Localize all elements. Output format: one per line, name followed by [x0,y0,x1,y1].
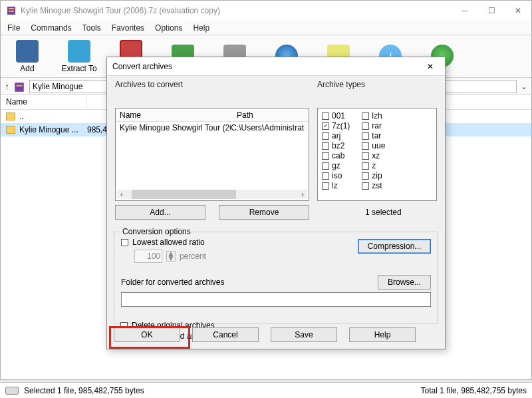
type-gz[interactable]: gz [322,161,350,170]
menu-help[interactable]: Help [193,23,209,33]
type-arj[interactable]: arj [322,131,350,140]
type-tar[interactable]: tar [362,131,385,140]
archives-col-path[interactable]: Path [233,108,257,121]
tool-extract-label: Extract To [61,64,96,73]
checkbox-icon [362,142,369,150]
checkbox-icon [362,172,369,180]
add-button[interactable]: Add... [115,205,205,220]
checkbox-icon [322,152,329,160]
type-iso[interactable]: iso [322,171,350,180]
folder-icon [6,112,15,120]
checkbox-icon [322,142,329,150]
svg-rect-3 [15,83,24,92]
checkbox-icon [322,112,329,120]
menubar: File Commands Tools Favorites Options He… [1,21,531,35]
folder-icon [6,126,15,134]
app-icon [6,5,17,16]
menu-favorites[interactable]: Favorites [112,23,144,33]
horizontal-scrollbar[interactable]: ‹› [117,190,307,199]
svg-rect-4 [17,85,23,86]
dropdown-icon[interactable]: ⌄ [521,82,527,91]
conversion-legend: Conversion options [120,227,194,236]
folder-label: Folder for converted archives [121,278,224,287]
svg-rect-2 [9,11,14,12]
percent-label: percent [180,252,206,261]
type-uue[interactable]: uue [362,141,385,150]
status-left: Selected 1 file, 985,482,755 bytes [24,386,144,395]
checkbox-icon [362,162,369,170]
minimize-button[interactable]: ─ [452,1,478,20]
archive-icon [13,81,25,92]
archive-types-list[interactable]: 0017z(1)arjbz2cabgzisolz lzhrartaruuexzz… [317,108,437,201]
status-bar: Selected 1 file, 985,482,755 bytes Total… [0,382,532,398]
type-z[interactable]: z [362,161,385,170]
convert-dialog: Convert archives ✕ Archives to convert A… [106,57,446,349]
type-001[interactable]: 001 [322,111,350,120]
checkbox-icon [322,132,329,140]
archive-row[interactable]: Kylie Minogue Showgirl Tour (2006).7z C:… [116,122,309,134]
menu-tools[interactable]: Tools [82,23,101,33]
tool-add-label: Add [20,64,34,73]
archives-col-name[interactable]: Name [116,108,233,121]
svg-rect-1 [9,8,14,9]
up-icon[interactable]: ↑ [5,81,9,92]
archive-item-name: Kylie Minogue Showgirl Tour (2006).7z [120,123,231,132]
checkbox-icon [362,112,369,120]
save-button[interactable]: Save [271,327,337,342]
tool-add[interactable]: Add [7,38,47,75]
help-button[interactable]: Help [349,327,416,342]
menu-file[interactable]: File [7,23,20,33]
checkbox-icon [322,122,329,130]
close-button[interactable]: ✕ [505,1,531,20]
compression-button[interactable]: Compression... [358,239,431,254]
tool-extract[interactable]: Extract To [59,38,99,75]
type-xz[interactable]: xz [362,151,385,160]
maximize-button[interactable]: ☐ [478,1,505,20]
menu-options[interactable]: Options [155,23,182,33]
dialog-close-button[interactable]: ✕ [421,59,440,75]
checkbox-icon [322,162,329,170]
menu-commands[interactable]: Commands [31,23,71,33]
window-title: Kylie Minogue Showgirl Tour (2006).7z (e… [21,6,220,15]
updir-label: .. [19,112,24,121]
highlight-box [109,326,190,349]
type-bz2[interactable]: bz2 [322,141,350,150]
types-label: Archive types [317,80,365,89]
type-7z(1)[interactable]: 7z(1) [322,121,350,130]
dialog-titlebar: Convert archives ✕ [107,57,445,76]
archive-item-path: C:\Users\Administrato [231,123,305,132]
archives-list[interactable]: Name Path Kylie Minogue Showgirl Tour (2… [115,108,309,201]
type-rar[interactable]: rar [362,121,385,130]
file-name: Kylie Minogue ... [19,125,83,134]
dialog-title: Convert archives [112,62,172,71]
selected-count: 1 selected [365,208,402,217]
type-lzh[interactable]: lzh [362,111,385,120]
type-lz[interactable]: lz [322,181,350,190]
disk-icon [5,387,19,395]
checkbox-icon [362,152,369,160]
checkbox-icon [322,182,329,190]
status-right: Total 1 file, 985,482,755 bytes [421,386,527,395]
checkbox-icon [362,122,369,130]
checkbox-icon [121,239,128,246]
ratio-input [134,250,162,263]
type-zst[interactable]: zst [362,181,385,190]
remove-button[interactable]: Remove [219,205,309,220]
folder-input[interactable] [121,292,431,307]
cancel-button[interactable]: Cancel [192,327,259,342]
titlebar: Kylie Minogue Showgirl Tour (2006).7z (e… [1,1,531,21]
checkbox-icon [322,172,329,180]
col-name[interactable]: Name [1,95,87,109]
archives-label: Archives to convert [115,80,183,89]
checkbox-icon [362,182,369,190]
checkbox-icon [362,132,369,140]
type-cab[interactable]: cab [322,151,350,160]
type-zip[interactable]: zip [362,171,385,180]
browse-button[interactable]: Browse... [378,275,431,290]
